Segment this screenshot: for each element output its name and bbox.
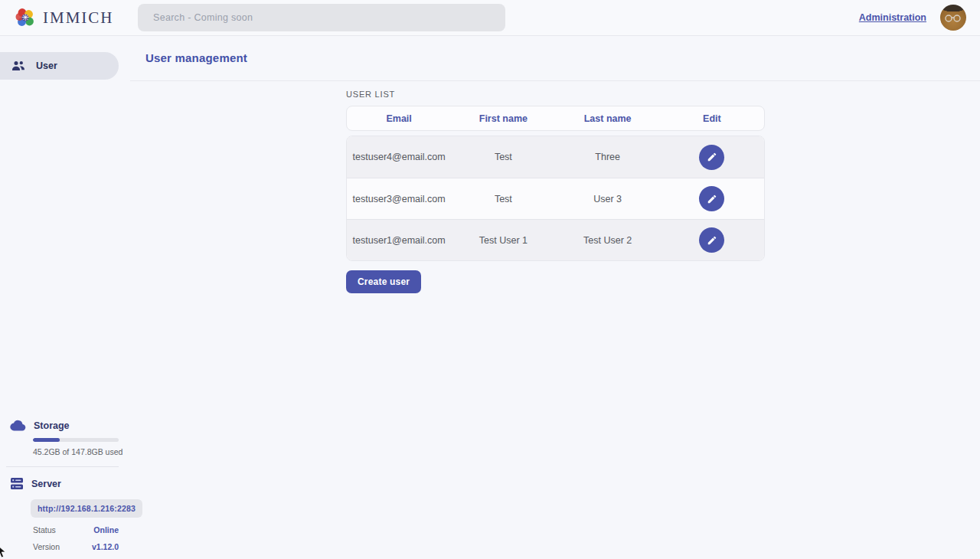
user-first-name: Test [451, 194, 555, 204]
user-email: testuser1@email.com [347, 235, 451, 246]
sidebar-footer: Storage 45.2GB of 147.8GB used Server ht… [0, 420, 130, 551]
column-header-edit: Edit [660, 113, 764, 124]
status-value: Online [93, 525, 119, 534]
user-avatar[interactable] [940, 5, 966, 31]
edit-user-button[interactable] [699, 186, 724, 211]
cloud-icon [10, 420, 26, 431]
page-title: User management [145, 51, 247, 64]
main-content: User management USER LIST Email First na… [130, 36, 980, 559]
server-status-row: Status Online [33, 525, 119, 534]
immich-flower-icon: ✳ [14, 6, 37, 29]
users-icon [11, 60, 25, 71]
version-label: Version [33, 542, 60, 551]
column-header-last-name: Last name [556, 113, 660, 124]
column-header-email: Email [347, 113, 451, 124]
user-last-name: User 3 [556, 194, 660, 204]
user-list-label: USER LIST [346, 90, 980, 99]
storage-section-header: Storage [0, 420, 130, 431]
table-row: testuser1@email.com Test User 1 Test Use… [347, 219, 764, 260]
edit-user-button[interactable] [699, 145, 724, 170]
pencil-icon [707, 235, 717, 246]
app-title: IMMICH [43, 8, 114, 28]
user-first-name: Test [451, 152, 555, 162]
table-row: testuser3@email.com Test User 3 [347, 178, 764, 219]
sidebar-item-user-label: User [36, 60, 57, 71]
top-navbar: ✳ IMMICH Administration [0, 0, 980, 36]
user-first-name: Test User 1 [451, 235, 555, 246]
app-logo[interactable]: ✳ IMMICH [0, 6, 138, 29]
user-email: testuser3@email.com [347, 194, 451, 204]
pencil-icon [707, 194, 717, 204]
user-email: testuser4@email.com [347, 152, 451, 162]
column-header-first-name: First name [451, 113, 555, 124]
user-list-section: USER LIST Email First name Last name Edi… [130, 81, 980, 293]
server-icon [10, 477, 24, 490]
navbar-right: Administration [859, 5, 980, 31]
user-table-body: testuser4@email.com Test Three testuser3… [346, 136, 765, 261]
server-url-badge: http://192.168.1.216:2283 [31, 499, 142, 518]
status-label: Status [33, 525, 56, 534]
svg-text:✳: ✳ [21, 12, 29, 23]
mouse-cursor [0, 544, 8, 559]
user-last-name: Test User 2 [556, 235, 660, 246]
storage-progress-fill [33, 438, 60, 442]
table-row: testuser4@email.com Test Three [347, 136, 764, 178]
pencil-icon [707, 152, 717, 162]
page-header: User management [130, 36, 980, 81]
user-table-header: Email First name Last name Edit [346, 106, 765, 131]
sidebar-divider [6, 466, 119, 467]
create-user-button[interactable]: Create user [346, 270, 421, 293]
server-title: Server [31, 479, 61, 489]
version-value: v1.12.0 [92, 542, 119, 551]
storage-usage-text: 45.2GB of 147.8GB used [33, 447, 130, 456]
storage-title: Storage [34, 420, 70, 431]
server-section-header: Server [0, 477, 130, 490]
search-input[interactable] [138, 4, 505, 31]
sidebar-item-user[interactable]: User [0, 52, 119, 80]
user-last-name: Three [556, 152, 660, 162]
server-version-row: Version v1.12.0 [33, 542, 119, 551]
edit-user-button[interactable] [699, 227, 724, 253]
administration-link[interactable]: Administration [859, 12, 926, 23]
storage-progress-bar [33, 438, 119, 442]
admin-sidebar: User Storage 45.2GB of 147.8GB used [0, 36, 130, 559]
